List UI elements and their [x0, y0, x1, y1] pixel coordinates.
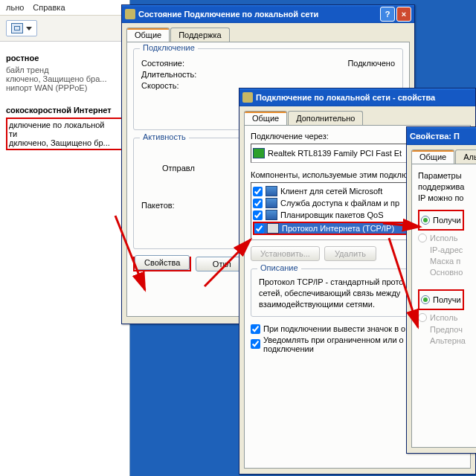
window-title: Свойства: П: [410, 132, 460, 141]
service-icon: [266, 198, 277, 208]
radio-auto-dns[interactable]: Получи: [421, 295, 461, 304]
tab-alternate[interactable]: Аль: [455, 149, 476, 164]
radio-auto-ip[interactable]: Получи: [421, 216, 461, 225]
connection-item[interactable]: байл тренд ключено, Защищено бра... нипо…: [6, 65, 123, 92]
network-connections-panel: льно Справка ростное байл тренд ключено,…: [0, 0, 130, 476]
titlebar[interactable]: Состояние Подключение по локальной сети …: [122, 5, 414, 23]
label-ip-address: IP-адрес: [430, 245, 476, 254]
titlebar[interactable]: Свойства: П: [407, 127, 476, 145]
group-legend: Описание: [257, 263, 301, 272]
chevron-down-icon: [26, 27, 32, 30]
radio-icon: [421, 295, 430, 304]
menu-item[interactable]: льно: [6, 3, 24, 12]
qos-icon: [266, 210, 277, 220]
adapter-name: Realtek RTL8139 Family PCI Fast Et: [268, 149, 402, 158]
properties-button-highlight: Свойства: [133, 257, 191, 271]
close-button[interactable]: ×: [396, 7, 411, 22]
label-alternate-dns: Альтерна: [430, 336, 476, 345]
titlebar[interactable]: Подключение по локальной сети - свойства: [239, 89, 475, 106]
tcpip-properties-window: Свойства: П Общие Аль Параметрыподдержив…: [406, 126, 476, 454]
value-state: Подключено: [347, 59, 395, 68]
window-title: Подключение по локальной сети - свойства: [256, 93, 435, 102]
window-title: Состояние Подключение по локальной сети: [138, 10, 318, 19]
label-state: Состояние:: [141, 59, 184, 68]
install-button[interactable]: Установить...: [251, 246, 320, 261]
section-header: ростное: [6, 54, 123, 62]
tab-support[interactable]: Поддержка: [170, 28, 229, 42]
radio-icon: [421, 216, 430, 225]
radio-manual-dns[interactable]: Исполь: [418, 313, 476, 322]
tab-general[interactable]: Общие: [244, 111, 287, 125]
tab-general[interactable]: Общие: [411, 149, 454, 164]
uninstall-button[interactable]: Удалить: [324, 246, 376, 261]
radio-icon: [418, 313, 427, 322]
window-icon: [242, 92, 253, 103]
selected-connection-highlight: дключение по локальной ти дключено, Защи…: [6, 118, 123, 150]
intro-text: ПараметрыподдерживаIP можно по: [418, 170, 476, 204]
tab-general[interactable]: Общие: [126, 28, 170, 42]
window-icon: [125, 9, 135, 19]
component-checkbox[interactable]: [253, 210, 263, 220]
properties-button[interactable]: Свойства: [135, 255, 190, 270]
radio-manual-ip[interactable]: Исполь: [418, 234, 476, 242]
component-checkbox[interactable]: [254, 224, 264, 234]
label-gateway: Основно: [430, 268, 476, 277]
component-checkbox[interactable]: [253, 187, 263, 196]
view-style-button[interactable]: [6, 20, 37, 36]
section-header: сокоскоростной Интернет: [6, 106, 123, 115]
group-legend: Подключение: [140, 43, 198, 52]
protocol-icon: [267, 223, 279, 234]
group-legend: Активность: [140, 132, 189, 141]
tab-advanced[interactable]: Дополнительно: [288, 111, 363, 125]
help-button[interactable]: ?: [380, 7, 395, 22]
radio-icon: [418, 234, 427, 242]
menu-item[interactable]: Справка: [33, 3, 65, 12]
label-duration: Длительность:: [141, 70, 196, 79]
label-sent: Отправл: [162, 164, 195, 173]
label-speed: Скорость:: [141, 81, 179, 90]
component-checkbox[interactable]: [253, 199, 263, 208]
label-packets: Пакетов:: [141, 201, 175, 210]
tiles-icon: [11, 23, 23, 33]
menubar: льно Справка: [0, 0, 129, 16]
nic-icon: [253, 148, 265, 158]
toolbar: [0, 16, 129, 42]
client-icon: [266, 186, 277, 196]
label-subnet-mask: Маска п: [430, 257, 476, 266]
label-preferred-dns: Предпоч: [430, 325, 476, 334]
connection-item[interactable]: дключение по локальной ти дключено, Защи…: [9, 120, 120, 147]
